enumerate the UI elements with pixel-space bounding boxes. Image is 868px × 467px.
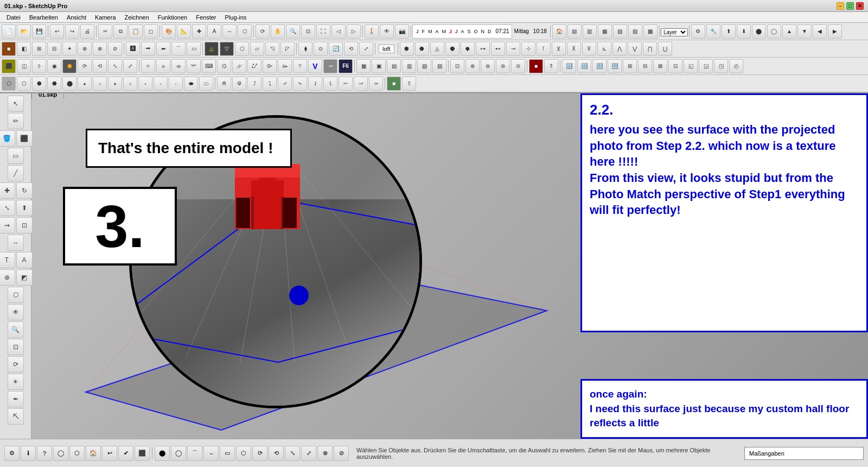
tb-print[interactable]: 🖨: [80, 24, 94, 39]
tb-3d-text[interactable]: A: [207, 24, 221, 39]
menu-ansicht[interactable]: Ansicht: [62, 12, 91, 22]
tb-r2-15[interactable]: ▽: [220, 42, 234, 56]
tb-r2-30[interactable]: ⊶: [476, 42, 490, 56]
status-btn-18[interactable]: ⤡: [285, 446, 300, 461]
tb-r2-16[interactable]: ⬡: [235, 42, 249, 56]
status-btn-16[interactable]: ⟳: [252, 446, 267, 461]
tb-r4-11[interactable]: ⬪: [154, 77, 168, 91]
tb-r2-32[interactable]: ⊸: [506, 42, 520, 56]
tb-r4-1[interactable]: ⬠: [2, 77, 16, 91]
tb-r3-6[interactable]: ⟳: [78, 59, 92, 73]
tb-open[interactable]: 📂: [17, 24, 31, 39]
status-btn-11[interactable]: ◯: [171, 446, 186, 461]
tb-r2-21[interactable]: ⊙: [314, 42, 328, 56]
tb-r3-20[interactable]: ⍢: [293, 59, 307, 73]
tb-r3-7[interactable]: ⟲: [93, 59, 107, 73]
tb-save[interactable]: 💾: [32, 24, 46, 39]
tb-r4-15[interactable]: ⟰: [217, 77, 231, 91]
tb-r2-39[interactable]: ⋀: [612, 42, 627, 56]
tool-select[interactable]: ↖: [8, 96, 24, 112]
tb-r4-4[interactable]: ⬣: [47, 77, 61, 91]
status-btn-21[interactable]: ⊘: [334, 446, 349, 461]
tb-iso[interactable]: 🏠: [552, 24, 566, 39]
tb-x5[interactable]: ⬤: [752, 24, 766, 39]
tb-new[interactable]: 📄: [2, 24, 16, 39]
tool-zoom[interactable]: 🔍: [8, 321, 24, 338]
tb-r3-8[interactable]: ⤡: [108, 59, 122, 73]
tb-r3-46[interactable]: ◲: [699, 59, 713, 73]
tb-r3-19[interactable]: ⌲: [278, 59, 292, 73]
menu-fenster[interactable]: Fenster: [192, 12, 220, 22]
tb-r2-41[interactable]: ⋂: [643, 42, 657, 56]
status-btn-3[interactable]: ?: [37, 446, 52, 461]
tb-section[interactable]: ⬡: [238, 24, 252, 39]
tool-pencil[interactable]: ✏: [8, 113, 24, 129]
tb-r2-7[interactable]: ⊗: [93, 42, 107, 56]
tb-r4-2[interactable]: ⬡: [17, 77, 31, 91]
tb-x3[interactable]: ⬆: [722, 24, 736, 39]
tb-r4-3[interactable]: ⬢: [32, 77, 46, 91]
menu-plugins[interactable]: Plug-ins: [221, 12, 251, 22]
tb-r4-23[interactable]: ⤺: [339, 77, 353, 91]
tb-r3-4[interactable]: ◉: [47, 59, 61, 73]
tb-x10[interactable]: ▶: [828, 24, 842, 39]
tool-rotate[interactable]: ↻: [16, 182, 33, 199]
tb-r3-9[interactable]: ⤢: [123, 59, 137, 73]
tb-r2-40[interactable]: ⋁: [628, 42, 642, 56]
menu-bearbeiten[interactable]: Bearbeiten: [25, 12, 62, 22]
tb-r2-10[interactable]: ⮕: [141, 42, 155, 56]
tb-r3-30[interactable]: ⊡: [450, 59, 464, 73]
tb-r3-29[interactable]: ▨: [432, 59, 446, 73]
tb-r3-24[interactable]: ▦: [356, 59, 371, 73]
status-btn-19[interactable]: ⤢: [301, 446, 316, 461]
tb-r2-37[interactable]: ⊽: [582, 42, 596, 56]
tb-r3-37[interactable]: 🔠: [562, 59, 576, 73]
status-btn-15[interactable]: ⬡: [236, 446, 251, 461]
tb-r3-33[interactable]: ⊜: [496, 59, 510, 73]
tb-r2-34[interactable]: ⊺: [537, 42, 551, 56]
tb-front[interactable]: ▥: [583, 24, 597, 39]
tool-sun[interactable]: ☀: [8, 374, 24, 390]
tb-r4-20[interactable]: ⤷: [293, 77, 307, 91]
status-btn-2[interactable]: ℹ: [21, 446, 36, 461]
tb-r3-48[interactable]: ◴: [729, 59, 743, 73]
tb-zoom-window[interactable]: ⊡: [301, 24, 315, 39]
tb-pan[interactable]: ✋: [271, 24, 285, 39]
tb-r2-26[interactable]: ⬣: [415, 42, 429, 56]
menu-funktionen[interactable]: Funktionen: [154, 12, 192, 22]
tb-r3-41[interactable]: ⊞: [623, 59, 637, 73]
status-btn-13[interactable]: ⌣: [203, 446, 219, 461]
tb-r3-38[interactable]: 🔡: [577, 59, 591, 73]
tool-move[interactable]: ✚: [0, 182, 15, 199]
tool-offset[interactable]: ⊡: [16, 217, 33, 234]
tb-r3-13[interactable]: ⌤: [187, 59, 201, 73]
tb-r2-13[interactable]: ▭: [187, 42, 201, 56]
tb-r3-17[interactable]: ⌰: [247, 59, 261, 73]
tb-paste[interactable]: 📋: [129, 24, 143, 39]
status-btn-5[interactable]: ⬡: [69, 446, 85, 461]
status-btn-6[interactable]: 🏠: [86, 446, 101, 461]
tb-r4-17[interactable]: ⤴: [247, 77, 261, 91]
tb-r3-31[interactable]: ⊛: [465, 59, 480, 73]
tool-scale[interactable]: ⤡: [0, 200, 15, 216]
tb-r4-21[interactable]: ⤸: [308, 77, 322, 91]
tb-r3-11[interactable]: ⍟: [156, 59, 170, 73]
status-btn-17[interactable]: ⟲: [269, 446, 284, 461]
tb-x8[interactable]: ▼: [797, 24, 812, 39]
tool-text[interactable]: T: [0, 252, 15, 268]
tb-r2-1[interactable]: ■: [2, 42, 16, 56]
tb-r4-6[interactable]: ⬥: [78, 77, 92, 91]
tb-zoom-ext[interactable]: ⛶: [316, 24, 330, 39]
tb-r3-43[interactable]: ⊠: [653, 59, 667, 73]
tool-pushpull[interactable]: ⬆: [16, 200, 33, 216]
tb-r2-2[interactable]: ◧: [17, 42, 31, 56]
tb-walk[interactable]: 🚶: [365, 24, 379, 39]
tb-r2-28[interactable]: ⯃: [445, 42, 459, 56]
tb-r4-12[interactable]: ⬫: [169, 77, 183, 91]
tb-r4-18[interactable]: ⤵: [263, 77, 277, 91]
tb-r2-8[interactable]: ⊘: [108, 42, 122, 56]
tb-r4-13[interactable]: ⬬: [184, 77, 198, 91]
layer-selector[interactable]: Layer: [661, 27, 688, 36]
tb-r4-22[interactable]: ⤹: [323, 77, 337, 91]
tb-r3-44[interactable]: ⊡: [668, 59, 682, 73]
